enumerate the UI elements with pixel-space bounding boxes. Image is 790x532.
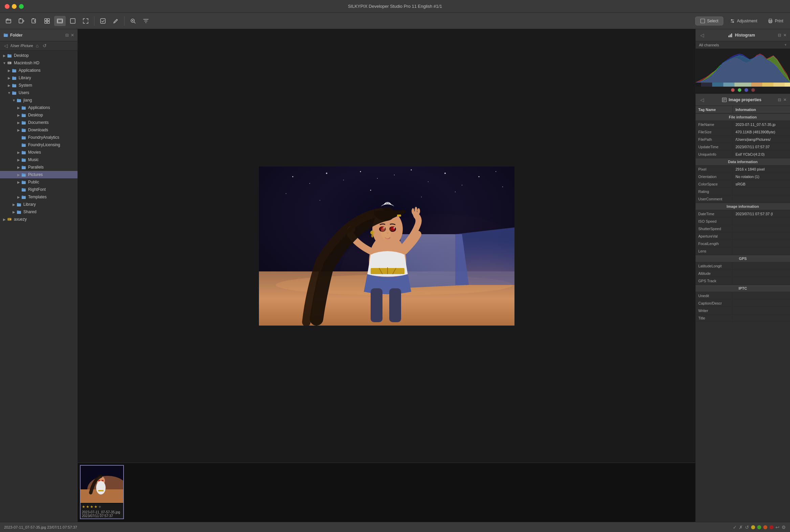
print-mode-btn[interactable]: Print bbox=[764, 17, 787, 25]
sidebar-item-users[interactable]: ▼Users bbox=[0, 89, 77, 96]
zoom-tool-btn[interactable] bbox=[127, 16, 139, 26]
sidebar-item-library1[interactable]: ▶Library bbox=[0, 74, 77, 81]
star-2: ★ bbox=[86, 505, 89, 509]
thumb-filename: 2023-07-11_07-57-35.jpg 2023/07/11 07:57… bbox=[80, 510, 123, 518]
fit-view-btn[interactable] bbox=[80, 16, 91, 26]
sidebar-item-axuezy[interactable]: ▶axuezy bbox=[0, 215, 77, 223]
svg-rect-32 bbox=[4, 34, 8, 37]
sidebar-item-macintosh-hd[interactable]: ▼Macintosh HD bbox=[0, 59, 77, 66]
next-image-btn[interactable] bbox=[29, 16, 40, 26]
svg-point-93 bbox=[462, 185, 462, 186]
svg-point-132 bbox=[98, 480, 100, 481]
checkbox-btn[interactable] bbox=[97, 16, 109, 26]
sidebar-item-foundryanalytics[interactable]: FoundryAnalytics bbox=[0, 134, 77, 141]
sidebar-item-desktop2[interactable]: ▶Desktop bbox=[0, 111, 77, 119]
tree-arrow: ▶ bbox=[16, 180, 21, 184]
tree-folder-icon bbox=[16, 97, 22, 103]
sidebar-item-templates[interactable]: ▶Templates bbox=[0, 193, 77, 201]
minimize-button[interactable] bbox=[12, 4, 17, 9]
filter-tool-btn[interactable] bbox=[140, 16, 152, 26]
adjustment-mode-btn[interactable]: Adjustment bbox=[726, 17, 761, 25]
props-section-data-information: Data information bbox=[696, 158, 790, 166]
sidebar-header: Folder ⊟ ✕ bbox=[0, 29, 77, 41]
svg-point-90 bbox=[411, 169, 412, 170]
sidebar-close-btn[interactable]: ✕ bbox=[71, 33, 74, 38]
status-x-btn[interactable]: ✗ bbox=[739, 525, 743, 530]
tree-label: Applications bbox=[28, 105, 50, 110]
thumbnail-item[interactable]: ★ ★ ★ ★ ★ 2023-07-11_07-57-35.jpg 2023/0… bbox=[80, 465, 124, 519]
image-viewer[interactable] bbox=[78, 29, 695, 463]
props-val-cell: /Users/jiang/Pictures/ bbox=[733, 136, 790, 143]
props-val-cell bbox=[733, 240, 790, 247]
sidebar-item-library2[interactable]: ▶Library bbox=[0, 201, 77, 208]
single-view-btn[interactable] bbox=[67, 16, 78, 26]
svg-point-122 bbox=[412, 208, 414, 214]
svg-point-86 bbox=[343, 180, 344, 180]
status-settings-btn[interactable]: ⚙ bbox=[782, 525, 786, 530]
props-section-file-information: File information bbox=[696, 113, 790, 121]
prev-image-btn[interactable] bbox=[16, 16, 27, 26]
status-refresh-btn[interactable]: ↺ bbox=[745, 525, 749, 530]
sidebar-item-system[interactable]: ▶System bbox=[0, 81, 77, 89]
maximize-button[interactable] bbox=[19, 4, 24, 9]
close-button[interactable] bbox=[5, 4, 10, 9]
sidebar-item-foundrylicensing[interactable]: FoundryLicensing bbox=[0, 141, 77, 149]
tree-label: Documents bbox=[28, 120, 49, 125]
path-back-btn[interactable]: ◁ bbox=[3, 43, 9, 49]
sidebar-item-applications1[interactable]: ▶Applications bbox=[0, 66, 77, 74]
svg-point-83 bbox=[292, 176, 293, 177]
props-table: File informationFileName2023-07-11_07-57… bbox=[696, 113, 790, 522]
app-title: SILKYPIX Developer Studio Pro 11 English… bbox=[348, 4, 442, 9]
back-folder-btn[interactable] bbox=[3, 16, 14, 26]
edit-tool-btn[interactable] bbox=[110, 16, 121, 26]
tree-label: Music bbox=[28, 157, 39, 162]
svg-rect-57 bbox=[22, 136, 26, 139]
svg-rect-66 bbox=[22, 166, 23, 167]
histogram-panel: ◁ Histogram ⊟ ✕ All channels ▾ bbox=[696, 29, 790, 94]
props-nav-left[interactable]: ◁ bbox=[699, 97, 706, 102]
status-check-btn[interactable]: ✓ bbox=[733, 525, 737, 530]
filmstrip-btn[interactable] bbox=[54, 16, 66, 26]
svg-rect-61 bbox=[22, 151, 26, 154]
sidebar-collapse-btn[interactable]: ⊟ bbox=[65, 33, 69, 38]
tree-label: Library bbox=[19, 75, 31, 80]
svg-point-95 bbox=[495, 171, 496, 172]
sidebar-item-pictures[interactable]: ▶Pictures bbox=[0, 171, 77, 178]
svg-rect-78 bbox=[17, 210, 19, 211]
sidebar-item-parallels[interactable]: ▶Parallels bbox=[0, 164, 77, 171]
svg-rect-34 bbox=[7, 55, 12, 58]
props-val-cell: 2023/07/11 07:57:37 (l bbox=[733, 210, 790, 217]
sidebar-title: Folder bbox=[3, 33, 23, 38]
grid-view-btn[interactable] bbox=[41, 16, 53, 26]
svg-point-123 bbox=[415, 207, 417, 213]
path-refresh-btn[interactable]: ↺ bbox=[41, 43, 48, 49]
props-val-cell: 470.11KB (481390Byte) bbox=[733, 128, 790, 135]
sidebar-item-applications2[interactable]: ▶Applications bbox=[0, 104, 77, 111]
props-val-cell: No rotation (1) bbox=[733, 173, 790, 180]
path-home-btn[interactable]: ⌂ bbox=[35, 43, 40, 49]
sidebar-item-jiang[interactable]: ▼jiang bbox=[0, 96, 77, 104]
toolbar: Select Adjustment Print bbox=[0, 13, 790, 29]
histogram-nav-left[interactable]: ◁ bbox=[699, 33, 706, 38]
sidebar-item-public[interactable]: ▶Public bbox=[0, 178, 77, 186]
sidebar-item-rightfont[interactable]: RightFont bbox=[0, 186, 77, 193]
sidebar-item-music[interactable]: ▶Music bbox=[0, 156, 77, 164]
sidebar-item-documents[interactable]: ▶Documents bbox=[0, 119, 77, 126]
status-undo-btn[interactable]: ↩ bbox=[775, 525, 779, 530]
select-mode-btn[interactable]: Select bbox=[695, 17, 723, 25]
sidebar-item-shared[interactable]: ▶Shared bbox=[0, 208, 77, 215]
histogram-icon bbox=[728, 33, 733, 38]
sidebar-item-desktop-top[interactable]: ▶Desktop bbox=[0, 52, 77, 59]
print-label: Print bbox=[775, 19, 783, 23]
sidebar-item-movies[interactable]: ▶Movies bbox=[0, 149, 77, 156]
props-close-btn[interactable]: ✕ bbox=[783, 97, 787, 102]
histogram-collapse-btn[interactable]: ⊟ bbox=[778, 33, 781, 38]
status-dot-yellow bbox=[751, 525, 755, 529]
histogram-close-btn[interactable]: ✕ bbox=[783, 33, 787, 38]
svg-rect-64 bbox=[22, 158, 23, 159]
svg-point-88 bbox=[377, 178, 378, 179]
sidebar-item-downloads[interactable]: ▶Downloads bbox=[0, 126, 77, 134]
props-collapse-btn[interactable]: ⊟ bbox=[778, 97, 781, 102]
window-controls[interactable] bbox=[5, 4, 24, 9]
svg-rect-52 bbox=[22, 114, 23, 114]
